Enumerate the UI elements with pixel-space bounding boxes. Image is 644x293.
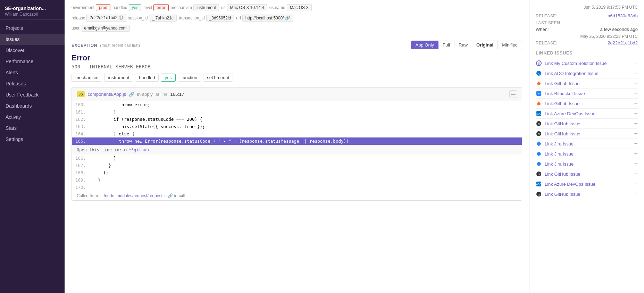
etag-handled[interactable]: handled xyxy=(135,74,159,82)
add-azure-1-icon[interactable]: + xyxy=(634,110,638,117)
linked-label-bitbucket[interactable]: Link Bitbucket Issue xyxy=(545,91,585,96)
linked-label-gitlab-2[interactable]: Link GitLab Issue xyxy=(545,101,579,106)
linked-issue-github-3: G Link GitHub Issue + xyxy=(536,169,638,179)
collapse-button[interactable]: — xyxy=(509,90,517,98)
sidebar-item-activity[interactable]: Activity xyxy=(0,111,65,123)
jira-icon-3 xyxy=(536,161,542,167)
add-bitbucket-icon[interactable]: + xyxy=(634,90,638,97)
ado-icon: A xyxy=(536,70,542,76)
sidebar-item-user-feedback[interactable]: User Feedback xyxy=(0,89,65,100)
linked-label-github-1[interactable]: Link GitHub Issue xyxy=(545,121,580,126)
code-line-169: 169. } xyxy=(72,176,522,184)
linked-label-jira-3[interactable]: Link Jira Issue xyxy=(545,161,574,167)
etag-function[interactable]: function xyxy=(178,74,201,82)
code-line-163: 163. this.setState({ success: true }); xyxy=(72,123,522,130)
tag-value-session[interactable]: _l7uhkn21c xyxy=(149,15,176,22)
add-ado-icon[interactable]: + xyxy=(634,70,638,76)
add-azure-2-icon[interactable]: + xyxy=(634,181,638,187)
exc-btn-app-only[interactable]: App Only xyxy=(411,41,438,49)
tag-environment: environment prod xyxy=(72,4,110,11)
add-jira-2-icon[interactable]: + xyxy=(634,151,638,157)
tag-value-error[interactable]: error xyxy=(153,4,168,11)
add-github-2-icon[interactable]: + xyxy=(634,131,638,137)
sidebar-item-projects[interactable]: Projects xyxy=(0,23,65,34)
sidebar-item-performance[interactable]: Performance xyxy=(0,56,65,67)
code-link-icon: 🔗 xyxy=(129,92,134,97)
exception-header: EXCEPTION (most recent call first) App O… xyxy=(72,41,522,49)
linked-label-github-2[interactable]: Link GitHub Issue xyxy=(545,131,580,136)
add-github-1-icon[interactable]: + xyxy=(634,120,638,127)
tag-value-url[interactable]: http://localhost:5000/ 🔗 xyxy=(242,15,293,22)
release-value-1[interactable]: a6d1530a63db xyxy=(608,13,638,18)
add-jira-1-icon[interactable]: + xyxy=(634,141,638,147)
tag-value-os[interactable]: Mac OS X 10.14.4 xyxy=(227,4,267,11)
linked-label-jira-1[interactable]: Link Jira Issue xyxy=(545,141,574,146)
linked-issue-custom: S Link My Custom Solution Issue + xyxy=(536,58,638,68)
sidebar-item-stats[interactable]: Stats xyxy=(0,123,65,134)
svg-text:G: G xyxy=(538,123,540,126)
sidebar-item-discover[interactable]: Discover xyxy=(0,45,65,56)
tag-value-transaction[interactable]: _8d96052ld xyxy=(206,15,234,22)
custom-icon: S xyxy=(536,60,542,66)
linked-label-azure-1[interactable]: Link Azure DevOps Issue xyxy=(545,111,595,116)
github-link[interactable]: **github xyxy=(129,148,149,152)
tag-value-yes[interactable]: yes xyxy=(129,4,142,11)
code-line-167: 167. } xyxy=(72,162,522,169)
linked-issue-gitlab-1: Link GitLab Issue + xyxy=(536,78,638,89)
exc-btn-full[interactable]: Full xyxy=(438,41,454,49)
code-line-168: 168. ); xyxy=(72,169,522,176)
code-file[interactable]: components/App.js xyxy=(87,92,126,97)
exc-btn-minified[interactable]: Minified xyxy=(497,41,522,49)
called-from-link[interactable]: .../node_modules/request/request.js 🔗 xyxy=(100,193,173,198)
linked-issue-azure-1: ADO Link Azure DevOps Issue + xyxy=(536,109,638,119)
add-jira-3-icon[interactable]: + xyxy=(634,161,638,167)
sidebar-item-alerts[interactable]: Alerts xyxy=(0,67,65,78)
right-panel: Jun 5, 2019 9:17:55 PM UTC Release: a6d1… xyxy=(529,0,644,293)
gitlab-icon-2 xyxy=(536,100,542,107)
add-github-3-icon[interactable]: + xyxy=(634,171,638,177)
tag-url: url http://localhost:5000/ 🔗 xyxy=(236,14,293,22)
linked-label-custom[interactable]: Link My Custom Solution Issue xyxy=(545,61,607,66)
github-icon-1: G xyxy=(536,120,542,127)
linked-label-gitlab-1[interactable]: Link GitLab Issue xyxy=(545,81,579,86)
linked-label-github-4[interactable]: Link GitHub Issue xyxy=(545,192,580,197)
tag-level: level error xyxy=(143,4,168,11)
open-in-label: Open this line in: xyxy=(77,148,122,152)
release-value-2[interactable]: 2e22e21e1bd2 xyxy=(608,40,638,45)
etag-settimeout[interactable]: setTimeout xyxy=(203,74,233,82)
org-name: SE-organization... xyxy=(5,6,60,11)
code-lines: 160. throw error; 161. } 162. if (respon… xyxy=(72,101,522,191)
etag-mechanism[interactable]: mechanism xyxy=(72,74,102,82)
linked-label-jira-2[interactable]: Link Jira Issue xyxy=(545,151,574,157)
sidebar-item-settings[interactable]: Settings xyxy=(0,134,65,145)
add-gitlab-2-icon[interactable]: + xyxy=(634,100,638,107)
linked-issues-list: S Link My Custom Solution Issue + A Link… xyxy=(536,58,638,199)
svg-text:ADO: ADO xyxy=(536,112,542,115)
add-gitlab-1-icon[interactable]: + xyxy=(634,80,638,86)
azure-icon-2: ADO xyxy=(536,181,542,187)
exc-btn-raw[interactable]: Raw xyxy=(454,41,472,49)
svg-marker-7 xyxy=(537,101,541,106)
tag-value-osname[interactable]: Mac OS X xyxy=(287,4,312,11)
add-custom-icon[interactable]: + xyxy=(634,60,638,66)
linked-issue-jira-2: Link Jira Issue + xyxy=(536,149,638,159)
sidebar-item-dashboards[interactable]: Dashboards xyxy=(0,100,65,111)
sidebar-item-issues[interactable]: Issues xyxy=(0,34,65,45)
tag-value-user[interactable]: email:gsir@yahoo.com xyxy=(81,25,129,32)
svg-text:S: S xyxy=(538,62,540,65)
linked-label-azure-2[interactable]: Link Azure DevOps Issue xyxy=(545,182,595,187)
linked-issues-title: Linked Issues xyxy=(536,50,638,56)
tag-handled: handled yes xyxy=(112,4,141,11)
sidebar-item-releases[interactable]: Releases xyxy=(0,78,65,89)
etag-yes[interactable]: yes xyxy=(161,74,175,82)
add-github-4-icon[interactable]: + xyxy=(634,191,638,197)
tag-value-prod[interactable]: prod xyxy=(96,4,110,11)
tag-value-instrument[interactable]: instrument xyxy=(193,4,219,11)
linked-issue-bitbucket: B Link Bitbucket Issue + xyxy=(536,89,638,99)
tag-value-release[interactable]: 2e22e21e1bd2 ⓘ xyxy=(86,14,126,22)
linked-label-github-3[interactable]: Link GitHub Issue xyxy=(545,171,580,177)
etag-instrument[interactable]: instrument xyxy=(104,74,133,82)
svg-text:ADO: ADO xyxy=(536,183,542,185)
exc-btn-original[interactable]: Original xyxy=(472,41,498,49)
linked-label-ado[interactable]: Link ADO Integration Issue xyxy=(545,71,599,76)
